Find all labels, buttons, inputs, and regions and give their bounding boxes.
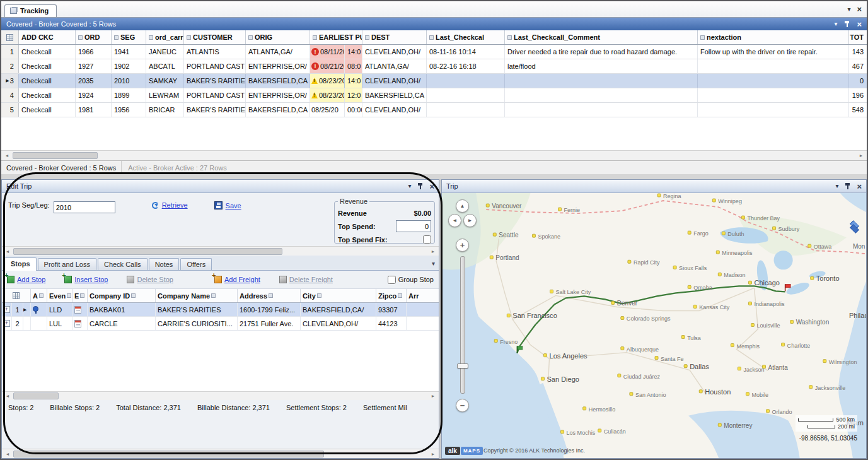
add-freight-button[interactable]: Add Freight xyxy=(214,276,260,283)
column-header-dest[interactable]: DEST xyxy=(362,30,427,44)
row-selector-header[interactable] xyxy=(1,30,19,44)
edit-trip-chevron-down-icon[interactable]: ▾ xyxy=(408,183,411,189)
status-active[interactable]: Active - Broker Active : 27 Rows xyxy=(121,161,233,174)
filter-icon[interactable] xyxy=(507,35,512,40)
scroll-left-icon[interactable]: ◄ xyxy=(3,452,12,456)
scrollbar-thumb[interactable] xyxy=(13,248,282,255)
add-checkcall-cell[interactable]: Checkcall xyxy=(19,103,76,117)
column-header-e[interactable]: E xyxy=(72,289,88,302)
retrieve-link[interactable]: Retrieve xyxy=(152,201,188,209)
scroll-right-icon[interactable]: ► xyxy=(429,452,437,456)
scrollbar-thumb[interactable] xyxy=(13,392,59,399)
column-header-tot[interactable]: TOT xyxy=(849,30,867,44)
window-close-icon[interactable]: × xyxy=(857,5,862,13)
scroll-left-icon[interactable]: ◄ xyxy=(3,394,12,398)
filter-icon[interactable] xyxy=(39,293,43,298)
filter-icon[interactable] xyxy=(398,293,402,298)
row-number-cell[interactable]: ▶ 1 xyxy=(1,45,19,59)
delete-stop-button[interactable]: Delete Stop xyxy=(127,276,173,283)
column-header-customer[interactable]: CUSTOMER xyxy=(184,30,246,44)
add-checkcall-cell[interactable]: Checkcall xyxy=(19,45,76,59)
map-layers-icon[interactable] xyxy=(847,220,861,233)
row-expander-cell[interactable] xyxy=(2,317,12,330)
scrollbar-thumb[interactable] xyxy=(13,152,98,159)
column-header-company-id[interactable]: Company ID xyxy=(88,289,156,302)
zoom-slider-track[interactable] xyxy=(460,256,465,394)
scroll-right-icon[interactable]: ► xyxy=(429,394,437,398)
scroll-right-icon[interactable]: ► xyxy=(429,249,437,254)
column-header-last-checkcall[interactable]: Last_Checkcal xyxy=(427,30,505,44)
top-spend-fix-checkbox[interactable] xyxy=(423,235,431,244)
column-header-add-ckc[interactable]: ADD CKC xyxy=(19,30,76,44)
scroll-right-icon[interactable]: ► xyxy=(857,153,865,158)
tab-tracking[interactable]: Tracking xyxy=(4,4,57,17)
edit-trip-close-icon[interactable]: × xyxy=(429,182,434,191)
column-header-last-checkcall-comment[interactable]: Last_Checkcall_Comment xyxy=(505,30,698,44)
tab-profit-and-loss[interactable]: Profit and Loss xyxy=(38,258,96,270)
row-expander-cell[interactable] xyxy=(2,303,12,316)
save-link[interactable]: Save xyxy=(214,201,241,209)
filter-icon[interactable] xyxy=(269,293,273,298)
trip-map-pin-icon[interactable] xyxy=(845,183,850,190)
table-row[interactable]: ▶ 5 Checkcall 1981 1956 BRICAR BAKER'S R… xyxy=(1,103,867,117)
filter-icon[interactable] xyxy=(211,293,216,298)
column-header-seg[interactable]: SEG xyxy=(112,30,146,44)
calendar-icon[interactable] xyxy=(74,320,81,327)
column-header-nextaction[interactable]: nextaction xyxy=(698,30,849,44)
filter-icon[interactable] xyxy=(131,293,136,298)
calendar-icon[interactable] xyxy=(74,306,81,314)
expand-plus-icon[interactable] xyxy=(3,306,10,313)
expand-plus-icon[interactable] xyxy=(3,320,10,327)
column-header-address[interactable]: Address xyxy=(238,289,301,302)
tabs-overflow-icon[interactable]: ▾ xyxy=(432,261,435,267)
filter-icon[interactable] xyxy=(187,35,191,40)
stops-grid-hscrollbar[interactable]: ◄ ► xyxy=(2,391,439,400)
filter-icon[interactable] xyxy=(114,35,119,40)
pan-up-button[interactable]: ▲ xyxy=(456,199,469,213)
stop-e-cell[interactable] xyxy=(72,317,88,330)
scroll-left-icon[interactable]: ◄ xyxy=(3,153,11,158)
row-number-cell[interactable]: ▶ 2 xyxy=(1,59,19,73)
scrollbar-thumb[interactable] xyxy=(13,451,324,457)
edit-trip-bottom-hscrollbar[interactable]: ◄ ► xyxy=(2,449,439,458)
row-number-cell[interactable]: ▶ 4 xyxy=(1,88,19,102)
stops-row-selector-header[interactable] xyxy=(2,289,31,302)
edit-trip-hscrollbar[interactable]: ◄ ► xyxy=(2,246,439,256)
stop-row[interactable]: 2 ▶ LUL CARCLE CARRIE'S CURIOSITI... 217… xyxy=(2,317,439,331)
table-row[interactable]: ▶ 1 Checkcall 1966 1941 JANEUC ATLANTIS … xyxy=(1,45,867,59)
tracking-grid-hscrollbar[interactable]: ◄ ► xyxy=(1,150,867,160)
column-header-ord[interactable]: ORD xyxy=(76,30,112,44)
filter-icon[interactable] xyxy=(248,35,253,40)
stop-row[interactable]: 1 ▶ LLD BAKBAK01 BAKER'S RARITIES 1600-1… xyxy=(2,303,439,317)
scroll-left-icon[interactable]: ◄ xyxy=(3,249,12,254)
table-row[interactable]: ▶ 2 Checkcall 1927 1902 ABCATL PORTLAND … xyxy=(1,59,867,74)
top-spend-input[interactable] xyxy=(396,220,431,232)
zoom-slider-handle[interactable] xyxy=(457,363,468,369)
pan-left-button[interactable]: ◄ xyxy=(448,214,461,227)
trip-seg-input[interactable] xyxy=(54,201,115,213)
insert-stop-button[interactable]: Insert Stop xyxy=(64,276,108,283)
stop-e-cell[interactable] xyxy=(72,303,88,316)
covered-chevron-down-icon[interactable]: ▾ xyxy=(834,21,837,27)
pan-right-button[interactable]: ► xyxy=(463,214,477,227)
tab-stops[interactable]: Stops xyxy=(4,257,37,271)
column-header-company-name[interactable]: Company Name xyxy=(156,289,238,302)
filter-icon[interactable] xyxy=(149,35,153,40)
status-covered[interactable]: Covered - Broker Covered : 5 Rows xyxy=(1,164,121,172)
filter-icon[interactable] xyxy=(317,293,321,298)
covered-pin-icon[interactable] xyxy=(844,21,850,28)
covered-close-icon[interactable]: × xyxy=(857,20,862,28)
row-number-cell[interactable]: ▶ 3 xyxy=(1,74,19,88)
table-row[interactable]: ▶ 3 Checkcall 2035 2010 SAMKAY BAKER'S R… xyxy=(1,74,867,88)
add-checkcall-cell[interactable]: Checkcall xyxy=(19,59,76,73)
column-header-even[interactable]: Even xyxy=(47,289,72,302)
delete-freight-button[interactable]: Delete Freight xyxy=(279,276,333,283)
tab-offers[interactable]: Offers xyxy=(180,258,212,270)
filter-icon[interactable] xyxy=(80,293,84,298)
column-header-arr[interactable]: Arr xyxy=(407,289,439,302)
trip-map-close-icon[interactable]: × xyxy=(857,182,862,191)
group-stop-checkbox[interactable] xyxy=(388,276,396,284)
column-header-orig[interactable]: ORIG xyxy=(246,30,310,44)
column-header-city[interactable]: City xyxy=(301,289,376,302)
edit-trip-pin-icon[interactable] xyxy=(417,183,423,190)
